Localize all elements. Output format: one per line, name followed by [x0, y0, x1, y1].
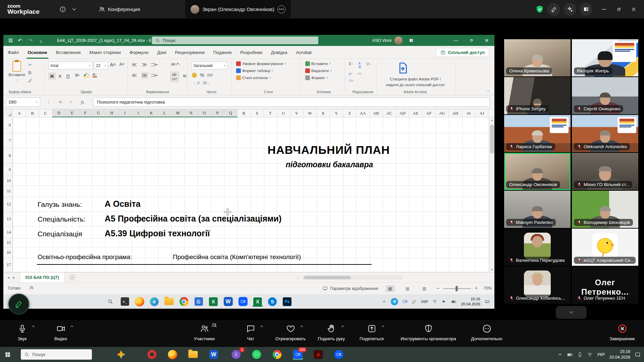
ai-companion-icon[interactable]: [564, 3, 576, 16]
column-header-Z[interactable]: Z: [343, 109, 356, 117]
column-header-AF[interactable]: AF: [422, 109, 435, 117]
excel-minimize-icon[interactable]: —: [448, 35, 464, 46]
qat-customize-icon[interactable]: ⌄̲: [39, 38, 42, 43]
column-header-V[interactable]: V: [290, 109, 303, 117]
column-header-I[interactable]: I: [118, 109, 131, 117]
formula-bar-value[interactable]: Психолого-педагогічна підготовка: [93, 98, 490, 107]
column-header-O[interactable]: O: [198, 109, 211, 117]
paste-button[interactable]: Вставити ⌄: [8, 61, 25, 87]
toolbar-people-button[interactable]: 23Участники: [179, 323, 229, 341]
cut-icon[interactable]: ✂: [28, 62, 33, 67]
zoom-in-icon[interactable]: +: [475, 285, 478, 291]
wrap-text-icon[interactable]: abc↩: [170, 72, 179, 82]
row-header-9[interactable]: 9: [3, 164, 13, 176]
row-header-13[interactable]: 13: [3, 212, 13, 227]
tab-options-icon[interactable]: •••: [277, 5, 285, 13]
participant-tile[interactable]: Володимир Шеховцов: [572, 191, 638, 228]
start-button[interactable]: [0, 347, 15, 362]
column-header-Y[interactable]: Y: [330, 109, 343, 117]
column-header-W[interactable]: W: [304, 109, 317, 117]
ribbon-tab-Довідка[interactable]: Довідка: [267, 46, 292, 59]
zoom-slider-thumb[interactable]: [455, 286, 458, 291]
participant-tile[interactable]: Валентина Перегудова: [504, 229, 571, 266]
column-header-AA[interactable]: AA: [356, 109, 369, 117]
bold-button[interactable]: Ж: [48, 72, 56, 80]
participant-tile[interactable]: м1ЦТ Азаровський Се...: [572, 229, 638, 266]
taskbar-explorer-icon[interactable]: [188, 349, 198, 360]
chevron-up-icon[interactable]: [381, 324, 385, 328]
excel-maximize-icon[interactable]: [464, 35, 479, 46]
sort-filter-funnel-icon[interactable]: ▽˅: [366, 62, 371, 69]
column-header-R[interactable]: R: [237, 109, 251, 117]
column-header-AH[interactable]: AH: [449, 109, 462, 117]
row-header-14[interactable]: 14: [3, 227, 13, 239]
security-shield-icon[interactable]: [535, 5, 544, 14]
increase-decimal-icon[interactable]: ←.0: [193, 81, 199, 85]
share-workbook-button[interactable]: Спільний доступ: [436, 48, 489, 57]
taskbar-whatsapp-icon[interactable]: [252, 349, 262, 360]
taskbar-word-icon[interactable]: W: [209, 349, 219, 360]
toolbar-shield-button[interactable]: Инструменты организатора: [403, 323, 453, 341]
number-format-select[interactable]: Загальний˅: [191, 62, 227, 69]
taskbar-zoom-app-icon[interactable]: [334, 349, 344, 360]
row-header-7[interactable]: 7: [3, 133, 13, 148]
column-header-D[interactable]: D: [52, 109, 65, 117]
column-header-T[interactable]: T: [264, 109, 277, 117]
excel-search-box[interactable]: Пошук: [152, 37, 318, 44]
font-name-select[interactable]: Arial˅: [48, 62, 93, 69]
ribbon-tab-Дані[interactable]: Дані: [153, 46, 171, 59]
ribbon-tab-Розробник[interactable]: Розробник: [236, 46, 267, 59]
ribbon-tab-Подання[interactable]: Подання: [209, 46, 236, 59]
page-break-view-icon[interactable]: ▥: [420, 285, 429, 292]
row-header-12[interactable]: 12: [3, 197, 13, 212]
font-size-select[interactable]: 22˅: [94, 62, 108, 69]
ribbon-tab-Рецензування[interactable]: Рецензування: [171, 46, 209, 59]
align-icon[interactable]: [151, 72, 158, 78]
align-icon[interactable]: [132, 62, 139, 68]
participant-tile[interactable]: Олег Петренко...Олег Петренко 1ЕН: [572, 266, 638, 304]
participant-tile[interactable]: Олена Кривильова: [504, 39, 571, 76]
sheet-grid[interactable]: 67891011121314151617 НАВЧАЛЬНИЙ ПЛАНпідг…: [3, 117, 494, 272]
toolbar-camera-button[interactable]: Видео: [36, 323, 86, 341]
column-header-E[interactable]: E: [66, 109, 79, 117]
taskbar-viber-icon[interactable]: 1: [231, 349, 241, 360]
column-header-A[interactable]: A: [13, 109, 26, 117]
cells-button-1[interactable]: Видалити˅: [305, 68, 332, 73]
acrobat-text-line2[interactable]: надати до нього спільний доступ: [382, 82, 449, 88]
column-header-K[interactable]: K: [145, 109, 158, 117]
end-meeting-button[interactable]: Завершение: [597, 323, 644, 341]
participant-tile[interactable]: Міхно ГО Вільний ст...: [572, 153, 638, 190]
fill-down-icon[interactable]: ⤓˅: [349, 71, 352, 76]
participant-tile[interactable]: Вікторія Жигірь: [572, 39, 638, 76]
zoom-out-icon[interactable]: −: [437, 285, 440, 291]
participant-tile[interactable]: Сергій Онищенко: [572, 77, 638, 114]
chevron-up-icon[interactable]: [340, 324, 345, 328]
column-header-AC[interactable]: AC: [383, 109, 396, 117]
page-layout-view-icon[interactable]: ▤: [403, 285, 412, 292]
column-header-C[interactable]: C: [39, 109, 52, 117]
undo-icon[interactable]: ↶˅: [18, 38, 24, 44]
chevron-up-icon[interactable]: [260, 324, 264, 328]
column-header-U[interactable]: U: [277, 109, 290, 117]
cells-button-0[interactable]: Вставити˅: [305, 61, 332, 66]
row-header-17[interactable]: 17: [3, 258, 13, 272]
display-options-button[interactable]: Параметри відображення: [323, 286, 378, 291]
clear-icon[interactable]: ◇˅: [349, 78, 354, 82]
row-header-11[interactable]: 11: [3, 186, 13, 197]
save-icon[interactable]: [8, 38, 13, 43]
battery-icon[interactable]: [567, 352, 573, 358]
sheet-nav-left-icon[interactable]: ◂: [7, 275, 9, 280]
percent-icon[interactable]: %: [200, 72, 204, 78]
row-header-10[interactable]: 10: [3, 176, 13, 186]
taskbar-chrome-icon[interactable]: [272, 349, 282, 360]
column-header-AJ[interactable]: AJ: [475, 109, 488, 117]
ribbon-options-icon[interactable]: [409, 38, 414, 43]
align-icon[interactable]: [142, 72, 148, 78]
vscroll-thumb[interactable]: [490, 125, 494, 154]
find-select-icon[interactable]: ⌕˅: [358, 71, 362, 76]
zoom-percentage[interactable]: 70%: [484, 286, 492, 291]
column-header-AE[interactable]: AE: [409, 109, 422, 117]
fill-color-icon[interactable]: 🖌˅: [84, 72, 89, 77]
confirm-entry-icon[interactable]: ✓: [67, 98, 75, 107]
gallery-more-button[interactable]: [556, 306, 587, 319]
